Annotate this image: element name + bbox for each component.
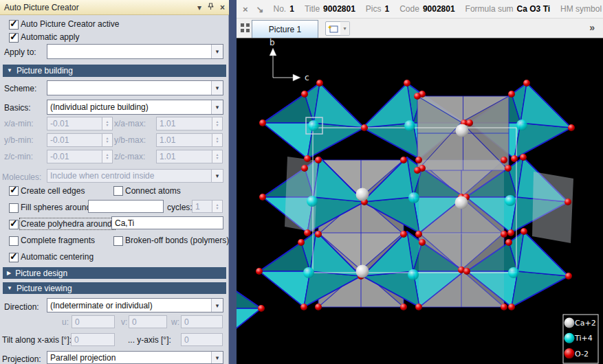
- chevron-down-icon[interactable]: ▾: [211, 352, 223, 363]
- calcium-atom[interactable]: [356, 188, 369, 201]
- calcium-atom[interactable]: [456, 124, 469, 137]
- broken-bonds-checkbox[interactable]: [113, 236, 123, 246]
- titanium-atom[interactable]: [308, 120, 319, 131]
- oxygen-atom[interactable]: [400, 304, 407, 310]
- oxygen-atom[interactable]: [298, 239, 305, 246]
- oxygen-atom[interactable]: [414, 167, 421, 174]
- new-picture-button[interactable]: ✦: [325, 21, 341, 36]
- fill-spheres-input[interactable]: [88, 200, 164, 213]
- u-label: u:: [62, 317, 69, 327]
- titanium-atom[interactable]: [505, 195, 516, 206]
- tab-picture-1[interactable]: Picture 1: [252, 20, 318, 38]
- connect-atoms-checkbox[interactable]: [113, 186, 123, 196]
- oxygen-atom[interactable]: [415, 304, 422, 310]
- close-icon[interactable]: ×: [220, 3, 225, 12]
- oxygen-atom[interactable]: [259, 120, 266, 126]
- section-picture-building[interactable]: ▼ Picture building: [3, 65, 226, 77]
- cell-edges-checkbox[interactable]: [9, 186, 19, 196]
- fill-spheres-checkbox[interactable]: [9, 203, 19, 213]
- app-window: Auto Picture Creator ▾ × Auto Picture Cr…: [0, 0, 603, 364]
- chevron-down-icon: ▾: [343, 25, 346, 32]
- titanium-atom[interactable]: [516, 120, 527, 130]
- chevron-down-icon[interactable]: ▾: [211, 299, 223, 312]
- scheme-combobox[interactable]: ▾: [47, 80, 223, 95]
- titanium-atom[interactable]: [307, 196, 318, 207]
- oxygen-atom[interactable]: [415, 231, 422, 238]
- oxygen-atom[interactable]: [316, 80, 323, 87]
- oxygen-atom[interactable]: [501, 231, 507, 238]
- apply-to-combobox[interactable]: ▾: [47, 44, 223, 59]
- chevron-down-icon[interactable]: ▾: [211, 45, 223, 58]
- oxygen-atom[interactable]: [520, 228, 527, 235]
- titanium-atom[interactable]: [408, 192, 419, 203]
- oxygen-atom[interactable]: [361, 124, 368, 131]
- auto-centering-checkbox[interactable]: [9, 253, 19, 262]
- chevron-down-icon[interactable]: ▾: [211, 100, 223, 114]
- oxygen-atom[interactable]: [304, 229, 311, 236]
- titanium-atom[interactable]: [404, 120, 415, 131]
- oxygen-atom[interactable]: [400, 157, 407, 163]
- oxygen-atom[interactable]: [505, 165, 512, 172]
- complete-fragments-checkbox[interactable]: [9, 236, 19, 246]
- crystal-structure-canvas[interactable]: bcCa+2Ti+4O-2: [237, 38, 603, 364]
- oxygen-atom[interactable]: [301, 91, 308, 98]
- section-picture-design[interactable]: ▶ Picture design: [3, 267, 226, 279]
- oxygen-atom[interactable]: [466, 120, 473, 126]
- automatic-apply-checkbox[interactable]: [9, 33, 19, 43]
- section-picture-viewing[interactable]: ▼ Picture viewing: [3, 282, 226, 294]
- close-record-icon[interactable]: ×: [243, 4, 248, 14]
- record-toolbar: × ↘ No.1 Title9002801 Pics1 Code9002801 …: [237, 0, 603, 19]
- polyhedra-checkbox[interactable]: [9, 220, 19, 229]
- panel-menu-icon[interactable]: ▾: [197, 3, 201, 12]
- oxygen-atom[interactable]: [505, 239, 512, 246]
- structure-viewport[interactable]: bcCa+2Ti+4O-2: [237, 38, 603, 364]
- oxygen-atom[interactable]: [301, 165, 308, 172]
- goto-last-icon[interactable]: ↘: [256, 4, 264, 14]
- calcium-atom[interactable]: [356, 265, 369, 278]
- calcium-atom[interactable]: [455, 196, 468, 209]
- oxygen-atom[interactable]: [523, 80, 530, 87]
- new-picture-dropdown[interactable]: ▾: [340, 21, 350, 36]
- tab-grid-icon[interactable]: [241, 23, 250, 34]
- oxygen-atom[interactable]: [568, 124, 575, 131]
- oxygen-atom[interactable]: [258, 305, 265, 312]
- panel-splitter[interactable]: [229, 0, 237, 364]
- oxygen-atom[interactable]: [304, 155, 311, 162]
- oxygen-atom[interactable]: [414, 93, 421, 100]
- oxygen-atom[interactable]: [501, 157, 507, 163]
- tilt-y-input: 0: [181, 333, 223, 346]
- oxygen-atom[interactable]: [507, 229, 514, 236]
- oxygen-atom[interactable]: [315, 304, 322, 310]
- titanium-atom[interactable]: [408, 269, 419, 280]
- polyhedra-input[interactable]: Ca,Ti: [111, 216, 223, 229]
- cycles-input: 1 ▴▾: [192, 200, 223, 213]
- chevron-down-icon[interactable]: ▾: [211, 81, 223, 95]
- oxygen-atom[interactable]: [463, 268, 470, 275]
- titanium-atom[interactable]: [508, 267, 519, 278]
- oxygen-atom[interactable]: [256, 268, 263, 275]
- oxygen-atom[interactable]: [508, 91, 515, 98]
- spin-down-icon: ▾: [216, 124, 218, 127]
- oxygen-atom[interactable]: [315, 157, 322, 163]
- oxygen-atom[interactable]: [508, 304, 515, 310]
- oxygen-atom[interactable]: [520, 154, 527, 161]
- complete-fragments-label: Complete fragments: [21, 236, 95, 245]
- oxygen-atom[interactable]: [564, 198, 571, 205]
- oxygen-atom[interactable]: [565, 273, 572, 280]
- basics-combobox[interactable]: (Individual picture building) ▾: [47, 100, 223, 115]
- overflow-chevron-icon[interactable]: »: [589, 22, 595, 33]
- projection-combobox[interactable]: Parallel projection ▾: [47, 351, 223, 364]
- oxygen-atom[interactable]: [501, 304, 507, 310]
- oxygen-atom[interactable]: [404, 80, 410, 87]
- auto-active-checkbox[interactable]: [9, 20, 19, 30]
- oxygen-atom[interactable]: [415, 157, 422, 163]
- titanium-atom[interactable]: [303, 267, 314, 278]
- oxygen-atom[interactable]: [511, 155, 518, 162]
- direction-combobox[interactable]: (Indeterminate or individual) ▾: [47, 298, 223, 312]
- oxygen-atom[interactable]: [300, 304, 307, 310]
- oxygen-atom[interactable]: [259, 194, 266, 201]
- oxygen-atom[interactable]: [419, 239, 426, 246]
- pin-icon[interactable]: [208, 3, 214, 12]
- oxygen-atom[interactable]: [400, 231, 407, 238]
- oxygen-atom[interactable]: [315, 231, 322, 238]
